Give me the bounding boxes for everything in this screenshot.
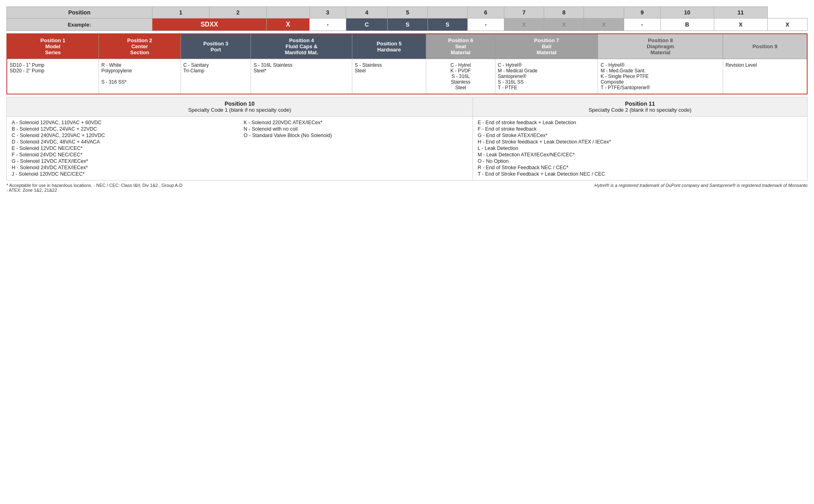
- example-val-s1: S: [388, 18, 428, 31]
- mid-header-pos9: Position 9: [723, 34, 807, 59]
- pos11-header: 11: [714, 7, 767, 18]
- pos11-section-header: Position 11 Specialty Code 2 (blank if n…: [473, 97, 807, 117]
- pos11-option: L - Leak Detection: [478, 145, 802, 151]
- mid-cell-pos9: Revision Level: [723, 59, 807, 94]
- pos10-option: G - Solenoid 12VDC ATEX/IECex*: [12, 158, 236, 164]
- mid-cell-pos4: S - 316L Stainless Steel*: [251, 59, 352, 94]
- mid-cell-pos1: SD10 - 1" Pump SD20 - 2" Pump: [7, 59, 99, 94]
- mid-header-pos4: Position 4 Fluid Caps & Manifold Mat.: [251, 34, 352, 59]
- pos11-option: M - Leak Detection ATEX/IECex/NEC/CEC*: [478, 152, 802, 158]
- pos10-option: O - Standard Valve Block (No Solenoid): [244, 133, 468, 138]
- pos11-option: T - End of Stroke Feedback + Leak Detect…: [478, 171, 802, 177]
- pos10-option: B - Solenoid 12VDC, 24VAC + 22VDC: [12, 126, 236, 132]
- example-val-b: B: [660, 18, 714, 31]
- mid-header-pos6: Position 6 Seat Material: [426, 34, 495, 59]
- mid-header-pos8: Position 8 Diaphragm Material: [598, 34, 723, 59]
- example-val-dash3: -: [624, 18, 660, 31]
- footnote-row: * Acceptable for use in hazardous locati…: [6, 183, 808, 193]
- pos11-option: H - End of Stroke feedback + Leak Detect…: [478, 139, 802, 145]
- pos10-option: N - Solenoid with no coil: [244, 126, 468, 132]
- pos9-header: 9: [624, 7, 660, 18]
- example-val-x1: X: [267, 18, 309, 31]
- pos3-header: 3: [309, 7, 346, 18]
- example-val-x4: X: [584, 18, 624, 31]
- pos10-option: J - Solenoid 120VDC NEC/CEC*: [12, 171, 236, 177]
- pos10-col2: K - Solenoid 220VDC ATEX/IECex*N - Solen…: [244, 119, 468, 178]
- pos5-header: 5: [388, 7, 428, 18]
- footnote-left: * Acceptable for use in hazardous locati…: [6, 183, 407, 193]
- pos8-header: 8: [544, 7, 584, 18]
- mid-cell-pos7: C - Hytrel® M - Medical Grade Santoprene…: [495, 59, 598, 94]
- example-val-dash1: -: [309, 18, 346, 31]
- example-val-x5: X: [714, 18, 767, 31]
- position-header-table: Position 1 2 3 4 5 6 7 8 9 10 11 Example…: [6, 6, 808, 31]
- example-val-sdxx: SDXX: [152, 18, 267, 31]
- mid-cell-pos3: C - Sanitary Tri-Clamp: [181, 59, 251, 94]
- pos10-option: F - Solenoid 24VDC NEC/CEC*: [12, 152, 236, 158]
- pos11-options-cell: E - End of stroke feedback + Leak Detect…: [473, 117, 807, 180]
- footnote-left-line1: * Acceptable for use in hazardous locati…: [6, 183, 407, 188]
- pos10-options-cell: A - Solenoid 120VAC, 110VAC + 60VDCB - S…: [7, 117, 473, 180]
- mid-cell-pos2: R - White Polypropylene S - 316 SS*: [99, 59, 181, 94]
- pos1-header: 1: [152, 7, 209, 18]
- pos10-option: E - Solenoid 12VDC NEC/CEC*: [12, 145, 236, 151]
- example-val-s2: S: [428, 18, 467, 31]
- specialty-codes-table: Position 10 Specialty Code 1 (blank if n…: [6, 97, 808, 180]
- mid-header-pos7: Position 7 Ball Material: [495, 34, 598, 59]
- example-val-x2: X: [504, 18, 544, 31]
- footnote-right: Hytrel® is a registered trademark of DuP…: [407, 183, 808, 193]
- example-label: Example:: [7, 18, 152, 31]
- pos10-col1: A - Solenoid 120VAC, 110VAC + 60VDCB - S…: [12, 119, 236, 178]
- pos10-header: 10: [660, 7, 714, 18]
- pos11-option: R - End of Stroke Feedback NEC / CEC*: [478, 165, 802, 170]
- pos10-option: K - Solenoid 220VDC ATEX/IECex*: [244, 120, 468, 125]
- pos2-header: 2: [209, 7, 266, 18]
- pos10-option: C - Solenoid 240VAC, 220VAC + 120VDC: [12, 133, 236, 138]
- pos10-option: A - Solenoid 120VAC, 110VAC + 60VDC: [12, 120, 236, 125]
- mid-cell-pos8: C - Hytrel® M - Med.Grade Sant. K - Sing…: [598, 59, 723, 94]
- pos4-header: 4: [346, 7, 388, 18]
- pos11-option: F - End of stroke feedback: [478, 126, 802, 132]
- example-val-dash2: -: [467, 18, 504, 31]
- example-val-x6: X: [767, 18, 807, 31]
- pos11-option: E - End of stroke feedback + Leak Detect…: [478, 120, 802, 125]
- pos11-option: G - End of Stroke ATEX/IECex*: [478, 133, 802, 138]
- mid-header-pos2: Position 2 Center Section: [99, 34, 181, 59]
- pos-blank1: [267, 7, 309, 18]
- mid-cell-pos6: C - Hytrel K - PVDF S - 316L Stainless S…: [426, 59, 495, 94]
- position-detail-table: Position 1 Model Series Position 2 Cente…: [6, 33, 808, 94]
- pos10-option: D - Solenoid 24VDC, 48VAC + 44VACA: [12, 139, 236, 145]
- footnote-left-line2: - ATEX: Zone 1&2, 21&22: [6, 188, 407, 193]
- position-label: Position: [7, 7, 152, 18]
- example-val-x3: X: [544, 18, 584, 31]
- mid-header-pos5: Position 5 Hardware: [352, 34, 426, 59]
- pos6-header: 6: [467, 7, 504, 18]
- example-val-c: C: [346, 18, 388, 31]
- pos7-header: 7: [504, 7, 544, 18]
- pos11-option: O - No Option: [478, 158, 802, 164]
- pos10-option: H - Solenoid 24VDC ATEX/IECex*: [12, 165, 236, 170]
- mid-header-pos3: Position 3 Port: [181, 34, 251, 59]
- pos10-section-header: Position 10 Specialty Code 1 (blank if n…: [7, 97, 473, 117]
- mid-header-pos1: Position 1 Model Series: [7, 34, 99, 59]
- pos-blank2: [428, 7, 467, 18]
- mid-cell-pos5: S - Stainless Steel: [352, 59, 426, 94]
- pos-blank3: [584, 7, 624, 18]
